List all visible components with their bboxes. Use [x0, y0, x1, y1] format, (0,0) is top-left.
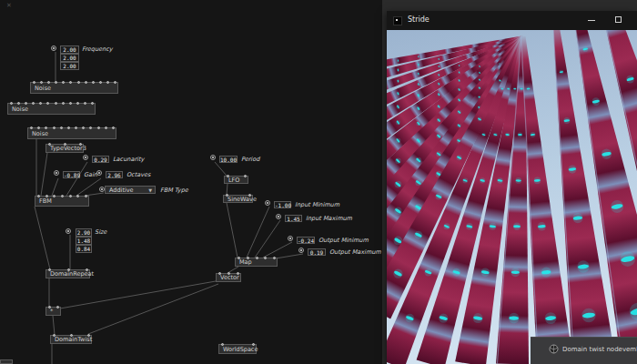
port-icon[interactable]: [53, 126, 56, 129]
node-map[interactable]: Map: [235, 258, 278, 267]
port-icon[interactable]: [53, 195, 56, 197]
param-value-input[interactable]: -0.24: [297, 237, 315, 244]
port-icon[interactable]: [55, 81, 57, 84]
param-value-input[interactable]: 10.00: [219, 156, 238, 163]
port-icon[interactable]: [264, 257, 267, 259]
param-value-input[interactable]: 1.45: [285, 215, 302, 222]
port-icon[interactable]: [62, 102, 65, 105]
fbm-type-dropdown[interactable]: Additive ▼: [105, 186, 156, 194]
port-icon[interactable]: [32, 102, 35, 105]
port-icon[interactable]: [48, 306, 51, 308]
port-icon[interactable]: [61, 195, 64, 197]
param-value-input[interactable]: 2.00: [60, 54, 79, 62]
port-icon[interactable]: [69, 102, 72, 105]
port-icon[interactable]: [64, 143, 66, 146]
port-icon[interactable]: [228, 272, 230, 275]
node-domainrepeat[interactable]: DomainRepeat: [46, 269, 90, 278]
port-icon[interactable]: [53, 334, 56, 337]
port-icon[interactable]: [237, 272, 239, 275]
node-typevector3[interactable]: TypeVector3: [46, 144, 84, 153]
port-icon[interactable]: [55, 102, 57, 105]
param-port-icon[interactable]: [298, 248, 304, 253]
param-port-icon[interactable]: [51, 46, 56, 51]
param-port-icon[interactable]: [276, 214, 281, 219]
port-icon[interactable]: [39, 102, 42, 105]
node-domaintwist[interactable]: DomainTwist: [50, 335, 92, 344]
param-value-input[interactable]: 0.84: [76, 245, 92, 253]
port-icon[interactable]: [48, 268, 51, 271]
param-value-input[interactable]: 2.90: [76, 228, 92, 237]
param-value-input[interactable]: 1.48: [76, 237, 92, 245]
param-port-icon[interactable]: [83, 155, 88, 160]
port-icon[interactable]: [105, 126, 107, 129]
param-value-input[interactable]: 0.19: [308, 248, 326, 256]
node-lfo[interactable]: LFO: [224, 176, 248, 184]
port-icon[interactable]: [37, 195, 40, 197]
port-icon[interactable]: [91, 102, 94, 105]
port-icon[interactable]: [62, 81, 65, 84]
port-icon[interactable]: [227, 175, 229, 177]
node-worldspace[interactable]: WorldSpace: [218, 344, 257, 354]
port-icon[interactable]: [48, 143, 51, 146]
param-value-input[interactable]: -1.00: [274, 201, 291, 208]
param-value-input[interactable]: 2.96: [106, 171, 123, 178]
param-value-input[interactable]: -0.89: [63, 171, 80, 178]
port-icon[interactable]: [69, 81, 72, 84]
port-icon[interactable]: [226, 194, 228, 197]
port-icon[interactable]: [97, 126, 100, 129]
port-icon[interactable]: [46, 195, 48, 197]
port-icon[interactable]: [244, 175, 247, 177]
param-port-icon[interactable]: [96, 170, 102, 176]
port-icon[interactable]: [33, 81, 35, 84]
port-icon[interactable]: [60, 126, 63, 129]
param-port-icon[interactable]: [66, 228, 71, 234]
param-value-input[interactable]: 0.29: [92, 156, 109, 163]
param-port-icon[interactable]: [210, 155, 216, 160]
port-icon[interactable]: [46, 102, 49, 105]
param-port-icon[interactable]: [54, 170, 59, 176]
port-icon[interactable]: [67, 268, 70, 271]
port-icon[interactable]: [85, 81, 87, 84]
port-icon[interactable]: [92, 81, 95, 84]
port-icon[interactable]: [77, 81, 80, 84]
param-value-input[interactable]: 2.00: [60, 46, 79, 54]
port-icon[interactable]: [99, 81, 102, 84]
port-icon[interactable]: [248, 194, 251, 197]
node-vector[interactable]: Vector: [216, 273, 241, 282]
node-noise-3[interactable]: Noise: [27, 127, 116, 139]
param-port-icon[interactable]: [288, 236, 293, 241]
port-icon[interactable]: [76, 102, 79, 105]
port-icon[interactable]: [76, 195, 79, 197]
node-multiply[interactable]: *: [46, 307, 61, 316]
window-titlebar[interactable]: Stride ✕: [387, 11, 637, 30]
render-viewport[interactable]: [387, 30, 637, 364]
node-fbm[interactable]: FBM: [35, 196, 89, 207]
node-stub[interactable]: [0, 359, 13, 364]
port-icon[interactable]: [252, 343, 255, 346]
port-icon[interactable]: [87, 334, 90, 337]
port-icon[interactable]: [84, 102, 86, 105]
port-icon[interactable]: [273, 257, 276, 259]
port-icon[interactable]: [56, 306, 59, 308]
port-icon[interactable]: [89, 126, 92, 129]
port-icon[interactable]: [221, 343, 224, 346]
port-icon[interactable]: [85, 195, 87, 197]
port-icon[interactable]: [79, 143, 82, 146]
node-noise-1[interactable]: Noise: [30, 82, 118, 94]
close-button[interactable]: ✕: [631, 11, 637, 30]
node-editor-canvas[interactable]: ✕ NoiseNoiseNoiseTypeVector3FBMLFOSineWa…: [0, 0, 382, 364]
maximize-button[interactable]: [606, 11, 630, 30]
port-icon[interactable]: [10, 102, 13, 105]
port-icon[interactable]: [75, 126, 77, 129]
node-sinewave[interactable]: SineWave: [223, 195, 253, 203]
port-icon[interactable]: [238, 257, 240, 259]
minimize-button[interactable]: [580, 11, 603, 30]
port-icon[interactable]: [82, 126, 85, 129]
port-icon[interactable]: [247, 257, 249, 259]
port-icon[interactable]: [256, 257, 258, 259]
port-icon[interactable]: [218, 272, 221, 275]
port-icon[interactable]: [67, 126, 70, 129]
node-noise-2[interactable]: Noise: [7, 103, 96, 115]
port-icon[interactable]: [70, 334, 73, 337]
port-icon[interactable]: [112, 126, 115, 129]
